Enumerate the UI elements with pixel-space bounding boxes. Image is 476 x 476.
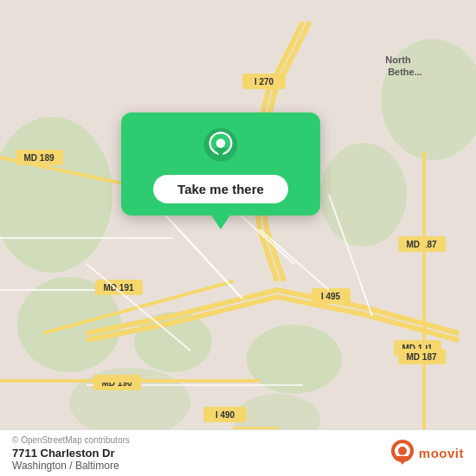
svg-text:I 490: I 490: [215, 410, 235, 420]
popup-card: Take me there: [121, 113, 320, 215]
svg-text:North: North: [385, 55, 411, 65]
svg-text:Bethe...: Bethe...: [388, 67, 422, 77]
map-attribution: © OpenStreetMap contributors: [12, 435, 130, 445]
popup-tail: [210, 214, 231, 229]
map-background: I 270 I 270 I 495 I 490 MD 189 MD 191 MD…: [0, 0, 476, 476]
moovit-icon: [389, 439, 415, 468]
address-line: 7711 Charleston Dr: [12, 447, 115, 460]
svg-text:MD 187: MD 187: [406, 352, 436, 362]
take-me-there-button[interactable]: Take me there: [153, 175, 288, 203]
svg-text:I 270: I 270: [254, 77, 274, 87]
svg-point-5: [320, 143, 407, 247]
svg-text:I 495: I 495: [321, 292, 341, 301]
svg-text:MD 187: MD 187: [406, 240, 436, 249]
moovit-logo: moovit: [389, 439, 464, 468]
svg-point-4: [247, 325, 342, 394]
svg-point-48: [216, 138, 226, 148]
map-container: I 270 I 270 I 495 I 490 MD 189 MD 191 MD…: [0, 0, 476, 476]
bottom-bar: © OpenStreetMap contributors 7711 Charle…: [0, 429, 476, 476]
moovit-text: moovit: [419, 446, 464, 460]
city-line: Washington / Baltimore: [12, 460, 119, 472]
address-block: © OpenStreetMap contributors 7711 Charle…: [12, 435, 130, 472]
location-pin-icon: [202, 128, 240, 166]
svg-point-52: [398, 447, 407, 455]
svg-text:MD 189: MD 189: [23, 153, 54, 163]
